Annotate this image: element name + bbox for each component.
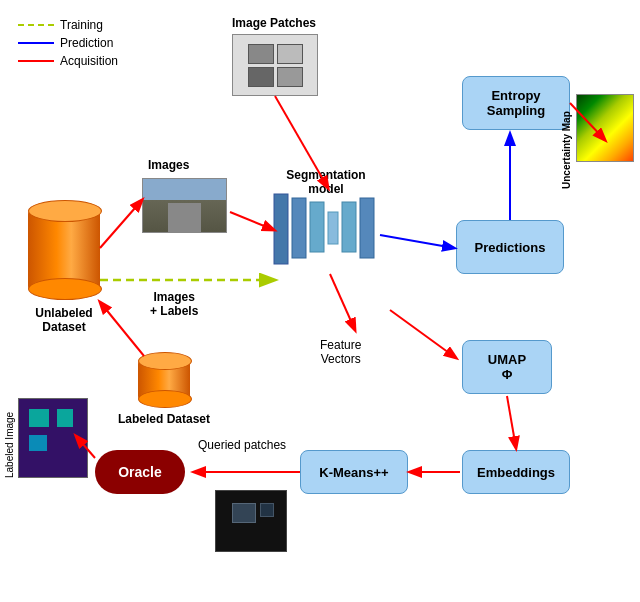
unlabeled-dataset-container: UnlabeledDataset xyxy=(28,210,100,334)
training-line-icon xyxy=(18,24,54,26)
patch-grid xyxy=(248,44,303,87)
legend-training: Training xyxy=(18,18,118,32)
prediction-label: Prediction xyxy=(60,36,113,50)
images-label: Images xyxy=(148,158,189,172)
patch-3 xyxy=(248,67,274,87)
predictions-label: Predictions xyxy=(475,240,546,255)
entropy-sampling-box: Entropy Sampling xyxy=(462,76,570,130)
patch-1 xyxy=(248,44,274,64)
neural-net-visual xyxy=(272,186,380,274)
legend: Training Prediction Acquisition xyxy=(18,18,118,72)
svg-line-17 xyxy=(100,302,144,356)
svg-line-18 xyxy=(330,274,355,330)
patch-visual-1 xyxy=(29,409,49,427)
feature-vectors-label: FeatureVectors xyxy=(320,338,361,366)
svg-rect-5 xyxy=(360,198,374,258)
labeled-dataset-label: Labeled Dataset xyxy=(118,412,210,426)
patch-2 xyxy=(277,44,303,64)
street-image xyxy=(142,178,227,233)
labeled-image-box xyxy=(18,398,88,478)
labeled-image-side-label: Labeled Image xyxy=(4,398,15,478)
predictions-box: Predictions xyxy=(456,220,564,274)
umap-box: UMAPΦ xyxy=(462,340,552,394)
unlabeled-dataset-label: UnlabeledDataset xyxy=(35,306,92,334)
legend-acquisition: Acquisition xyxy=(18,54,118,68)
svg-line-7 xyxy=(380,235,454,248)
queried-patches-label: Queried patches xyxy=(198,438,286,452)
labeled-cylinder-icon xyxy=(138,360,190,400)
dark-patch-1 xyxy=(232,503,256,523)
acquisition-line-icon xyxy=(18,60,54,63)
entropy-sampling-label: Entropy Sampling xyxy=(469,88,563,118)
oracle-label: Oracle xyxy=(118,464,162,480)
acquisition-label: Acquisition xyxy=(60,54,118,68)
legend-prediction: Prediction xyxy=(18,36,118,50)
kmeans-label: K-Means++ xyxy=(319,465,388,480)
image-patches-box xyxy=(232,34,318,96)
prediction-line-icon xyxy=(18,42,54,45)
dark-patches-image xyxy=(215,490,287,552)
embeddings-box: Embeddings xyxy=(462,450,570,494)
svg-rect-1 xyxy=(292,198,306,258)
embeddings-label: Embeddings xyxy=(477,465,555,480)
uncertainty-map-text: Uncertainty Map xyxy=(561,111,572,189)
svg-rect-3 xyxy=(328,212,338,244)
labeled-dataset-container: Labeled Dataset xyxy=(118,360,210,426)
patch-visual-2 xyxy=(57,409,73,427)
diagram: Training Prediction Acquisition Image Pa… xyxy=(0,0,640,602)
svg-line-10 xyxy=(230,212,274,230)
labeled-image-text: Labeled Image xyxy=(4,412,15,478)
unlabeled-cylinder-icon xyxy=(28,210,100,290)
svg-rect-4 xyxy=(342,202,356,252)
labeled-image-visual xyxy=(19,399,87,477)
uncertainty-map-visual xyxy=(576,94,634,162)
svg-rect-0 xyxy=(274,194,288,264)
dark-patch-2 xyxy=(260,503,274,517)
svg-line-19 xyxy=(100,200,142,248)
uncertainty-map-label: Uncertainty Map xyxy=(561,100,572,200)
street-scene-visual xyxy=(143,179,226,232)
svg-line-13 xyxy=(507,396,516,448)
svg-rect-2 xyxy=(310,202,324,252)
uncertainty-gradient xyxy=(577,95,633,161)
oracle-box: Oracle xyxy=(95,450,185,494)
training-label: Training xyxy=(60,18,103,32)
images-plus-labels-label: Images+ Labels xyxy=(150,290,198,318)
umap-label: UMAPΦ xyxy=(488,352,526,382)
image-patches-title: Image Patches xyxy=(228,16,320,30)
patch-4 xyxy=(277,67,303,87)
patch-visual-3 xyxy=(29,435,47,451)
svg-line-12 xyxy=(390,310,456,358)
kmeans-box: K-Means++ xyxy=(300,450,408,494)
